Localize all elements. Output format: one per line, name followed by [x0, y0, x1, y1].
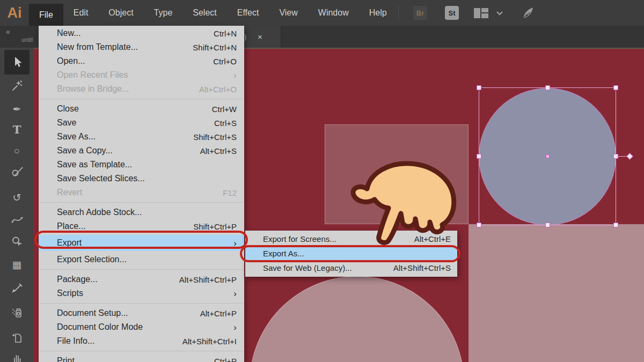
menu-item-search-adobe-stock[interactable]: Search Adobe Stock...: [39, 205, 244, 219]
symbol-sprayer-tool[interactable]: [4, 301, 30, 324]
shaper-tool[interactable]: [4, 160, 30, 183]
magic-wand-icon: [11, 79, 24, 92]
selection-handle[interactable]: [477, 85, 481, 90]
selection-handle[interactable]: [477, 223, 481, 227]
collapse-panel-icon[interactable]: «: [6, 27, 10, 36]
menu-item-label: Close: [57, 104, 212, 114]
artwork-pink-panel[interactable]: [469, 224, 644, 362]
menu-item-save-as-template[interactable]: Save as Template...: [39, 158, 244, 172]
magic-wand-tool[interactable]: [4, 75, 30, 97]
menu-item-shortcut: Alt+Shift+Ctrl+P: [179, 275, 237, 284]
selection-center-point[interactable]: [546, 154, 550, 158]
selection-tool[interactable]: [4, 50, 30, 75]
menu-item-save-for-web-legacy[interactable]: Save for Web (Legacy)... Alt+Shift+Ctrl+…: [245, 261, 457, 275]
menu-item-label: Place...: [57, 221, 193, 231]
rotate-tool[interactable]: ↺: [4, 186, 30, 209]
selection-handle[interactable]: [545, 223, 550, 227]
menu-item-export[interactable]: Export ›: [39, 235, 244, 251]
rotate-widget-handle[interactable]: [626, 153, 633, 160]
menu-item-export-as[interactable]: Export As...: [245, 246, 457, 261]
submenu-arrow-icon: ›: [233, 323, 237, 332]
artboard-icon: [11, 331, 24, 344]
document-tab[interactable]: ) ×: [240, 26, 281, 48]
selection-handle[interactable]: [613, 85, 618, 90]
menu-item-save-selected-slices[interactable]: Save Selected Slices...: [39, 172, 244, 186]
menu-item-revert[interactable]: Revert F12: [39, 186, 244, 200]
menu-item-new-from-template[interactable]: New from Template... Shift+Ctrl+N: [39, 40, 244, 54]
pen-icon: ✒: [13, 103, 21, 115]
mesh-grid-icon: ▦: [12, 258, 22, 271]
menu-item-place[interactable]: Place... Shift+Ctrl+P: [39, 219, 244, 233]
pen-tool[interactable]: ✒: [4, 98, 30, 120]
export-submenu: Export for Screens... Alt+Ctrl+E Export …: [245, 231, 457, 277]
menu-item-label: Print...: [57, 356, 214, 362]
menu-item-save[interactable]: Save Ctrl+S: [39, 116, 244, 130]
illustrator-window: « untitl ) × ✒ T ○: [0, 0, 644, 362]
menu-help[interactable]: Help: [359, 0, 397, 26]
menu-item-label: Scripts: [57, 289, 233, 298]
menu-object[interactable]: Object: [98, 0, 143, 26]
rotate-widget-line: [616, 156, 626, 157]
menu-item-export-for-screens[interactable]: Export for Screens... Alt+Ctrl+E: [245, 232, 457, 246]
artwork-rectangle[interactable]: [325, 124, 469, 224]
menu-select[interactable]: Select: [182, 0, 226, 26]
menu-item-file-info[interactable]: File Info... Alt+Shift+Ctrl+I: [39, 334, 244, 348]
menu-file[interactable]: File: [29, 4, 63, 26]
shape-builder-tool[interactable]: [4, 230, 30, 253]
menu-view[interactable]: View: [269, 0, 308, 26]
menu-item-label: Save Selected Slices...: [57, 174, 237, 183]
menu-item-document-setup[interactable]: Document Setup... Alt+Ctrl+P: [39, 306, 244, 320]
menu-item-scripts[interactable]: Scripts ›: [39, 286, 244, 300]
menu-item-print[interactable]: Print... Ctrl+P: [39, 354, 244, 362]
selection-bounding-box[interactable]: [479, 87, 616, 225]
selection-handle[interactable]: [477, 154, 481, 159]
workspace-layout-icon[interactable]: [474, 8, 489, 18]
menu-item-open[interactable]: Open... Ctrl+O: [39, 54, 244, 68]
menu-item-shortcut: Alt+Ctrl+E: [414, 234, 451, 243]
menu-separator: [39, 351, 244, 351]
hand-tool[interactable]: [4, 346, 30, 362]
eyedropper-tool[interactable]: [4, 277, 30, 300]
menu-item-label: Export for Screens...: [263, 234, 414, 243]
menu-item-label: Browse in Bridge...: [57, 84, 199, 94]
menu-item-document-color-mode[interactable]: Document Color Mode ›: [39, 320, 244, 334]
rocket-icon[interactable]: [521, 6, 535, 20]
artwork-pink-circle[interactable]: [250, 276, 464, 362]
menu-item-save-as[interactable]: Save As... Shift+Ctrl+S: [39, 130, 244, 144]
menu-window[interactable]: Window: [308, 0, 359, 26]
type-tool[interactable]: T: [4, 118, 30, 141]
shape-tool[interactable]: ○: [4, 140, 30, 162]
bridge-icon[interactable]: Br: [413, 6, 427, 20]
menu-item-shortcut: Alt+Ctrl+P: [200, 309, 237, 318]
menu-type[interactable]: Type: [144, 0, 183, 26]
menu-item-save-a-copy[interactable]: Save a Copy... Alt+Ctrl+S: [39, 144, 244, 158]
mesh-tool[interactable]: ▦: [4, 253, 30, 276]
menu-item-label: Save: [57, 118, 214, 128]
shape-builder-icon: [11, 235, 24, 248]
submenu-arrow-icon: ›: [233, 71, 237, 80]
menu-item-open-recent-files[interactable]: Open Recent Files ›: [39, 68, 244, 82]
menu-item-new[interactable]: New... Ctrl+N: [39, 26, 244, 40]
menu-item-label: File Info...: [57, 336, 182, 346]
menu-effect[interactable]: Effect: [227, 0, 269, 26]
menu-item-close[interactable]: Close Ctrl+W: [39, 102, 244, 116]
menu-item-label: Document Color Mode: [57, 322, 233, 332]
menu-item-export-selection[interactable]: Export Selection...: [39, 253, 244, 267]
stock-icon[interactable]: St: [445, 6, 459, 20]
file-menu: New... Ctrl+N New from Template... Shift…: [39, 26, 244, 362]
selection-handle[interactable]: [545, 85, 550, 90]
menu-separator: [39, 303, 244, 304]
menubar-right-icons: Br St: [398, 0, 535, 26]
tab-close-icon[interactable]: ×: [258, 32, 262, 41]
document-tab-title-fragment: untitl: [21, 37, 39, 43]
width-tool[interactable]: [4, 209, 30, 231]
chevron-down-icon[interactable]: [496, 11, 503, 16]
menu-item-package[interactable]: Package... Alt+Shift+Ctrl+P: [39, 272, 244, 286]
selection-handle[interactable]: [613, 223, 618, 227]
menu-item-label: Export Selection...: [57, 255, 237, 264]
width-curve-icon: [11, 214, 24, 226]
menu-item-shortcut: Alt+Ctrl+O: [199, 85, 237, 94]
menu-edit[interactable]: Edit: [63, 0, 99, 26]
menu-item-label: New from Template...: [57, 42, 193, 52]
menu-item-browse-in-bridge[interactable]: Browse in Bridge... Alt+Ctrl+O: [39, 82, 244, 96]
